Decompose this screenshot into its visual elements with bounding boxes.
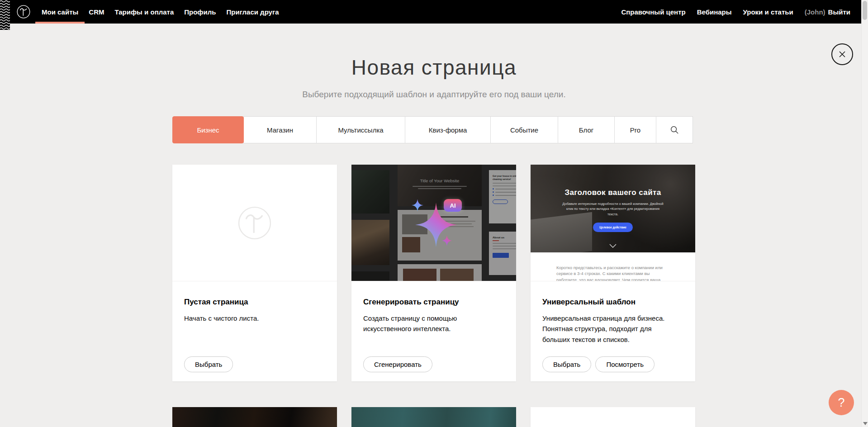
close-button[interactable]: [831, 43, 853, 65]
choose-button[interactable]: Выбрать: [542, 356, 591, 372]
universal-template-preview[interactable]: Заголовок вашего сайта Добавьте интересн…: [531, 165, 695, 281]
nav-item-webinars[interactable]: Вебинары: [697, 0, 732, 24]
template-hero: Заголовок вашего сайта Добавьте интересн…: [531, 165, 695, 252]
template-cards-grid: Пустая страница Начать с чистого листа. …: [172, 165, 696, 427]
tab-quiz-form[interactable]: Квиз-форма: [405, 116, 491, 143]
ai-badge: AI: [444, 199, 462, 212]
nav-item-tariffs[interactable]: Тарифы и оплата: [114, 0, 174, 24]
tilda-logo-icon: [15, 3, 32, 20]
template-cta-button: Целевое действие: [593, 223, 633, 232]
nav-item-my-sites[interactable]: Мои сайты: [42, 0, 78, 24]
page-title: Новая страница: [172, 55, 696, 80]
card-next-row: [351, 407, 516, 427]
tab-store[interactable]: Магазин: [243, 116, 317, 143]
card-universal-template: Заголовок вашего сайта Добавьте интересн…: [531, 165, 695, 381]
tab-event[interactable]: Событие: [490, 116, 558, 143]
nav-item-crm[interactable]: CRM: [89, 0, 104, 24]
top-navbar: Мои сайты CRM Тарифы и оплата Профиль Пр…: [0, 0, 861, 24]
template-category-tabs: Бизнес Магазин Мультиссылка Квиз-форма С…: [172, 116, 696, 143]
generate-button[interactable]: Сгенерировать: [363, 356, 432, 372]
search-icon: [670, 125, 679, 135]
nav-right: Справочный центр Вебинары Уроки и статьи…: [610, 0, 850, 24]
tab-business[interactable]: Бизнес: [172, 116, 244, 143]
template-body-section: Коротко представьтесь и расскажите о ком…: [531, 252, 695, 281]
blank-page-preview[interactable]: [172, 165, 337, 281]
new-page-dialog: Новая страница Выберите подходящий шабло…: [172, 0, 696, 427]
template-body-text: Коротко представьтесь и расскажите о ком…: [556, 265, 669, 281]
nav-left: Мои сайты CRM Тарифы и оплата Профиль Пр…: [42, 0, 289, 24]
card-description: Начать с чистого листа.: [184, 313, 322, 323]
tab-search[interactable]: [656, 116, 693, 143]
template-preview[interactable]: [531, 407, 695, 427]
nav-item-logout[interactable]: (John) Выйти: [805, 0, 850, 24]
page-scrollbar[interactable]: [861, 0, 868, 427]
tilda-logo[interactable]: [15, 3, 32, 20]
scrollbar-thumb[interactable]: [863, 1, 867, 20]
zigzag-decoration: [0, 0, 10, 30]
template-preview[interactable]: [172, 407, 337, 427]
nav-item-help-center[interactable]: Справочный центр: [621, 0, 685, 24]
card-blank-page: Пустая страница Начать с чистого листа. …: [172, 165, 337, 381]
template-hero-title: Заголовок вашего сайта: [531, 188, 695, 197]
tab-blog[interactable]: Блог: [558, 116, 615, 143]
template-hero-subtitle: Добавьте интересные подробности о вашей …: [561, 201, 665, 217]
card-next-row: [172, 407, 337, 427]
help-button[interactable]: ?: [829, 390, 854, 415]
chevron-down-icon: [609, 244, 617, 248]
card-ai-generate: Title of Your Website Get: [351, 165, 516, 381]
card-title: Универсальный шаблон: [542, 298, 683, 307]
scrollbar-down-arrow[interactable]: [863, 422, 868, 425]
close-icon: [838, 50, 847, 59]
card-description: Создать страницу с помощью искусственног…: [363, 313, 501, 334]
tab-multilink[interactable]: Мультиссылка: [316, 116, 405, 143]
card-description: Универсальная страница для бизнеса. Поня…: [542, 313, 680, 345]
view-button[interactable]: Посмотреть: [595, 356, 655, 372]
nav-username: (John): [805, 8, 825, 16]
nav-logout-label: Выйти: [828, 8, 850, 16]
template-preview[interactable]: [351, 407, 516, 427]
card-next-row: [531, 407, 695, 427]
tilda-watermark-icon: [233, 201, 276, 245]
ai-sparkles-icon: [351, 165, 516, 281]
nav-item-profile[interactable]: Профиль: [184, 0, 216, 24]
nav-item-invite-friend[interactable]: Пригласи друга: [226, 0, 279, 24]
page-subtitle: Выберите подходящий шаблон и адаптируйте…: [172, 90, 696, 100]
choose-button[interactable]: Выбрать: [184, 356, 233, 372]
ai-generate-preview[interactable]: Title of Your Website Get: [351, 165, 516, 281]
card-title: Пустая страница: [184, 298, 325, 307]
nav-item-lessons[interactable]: Уроки и статьи: [743, 0, 793, 24]
tab-pro[interactable]: Pro: [614, 116, 656, 143]
card-title: Сгенерировать страницу: [363, 298, 504, 307]
